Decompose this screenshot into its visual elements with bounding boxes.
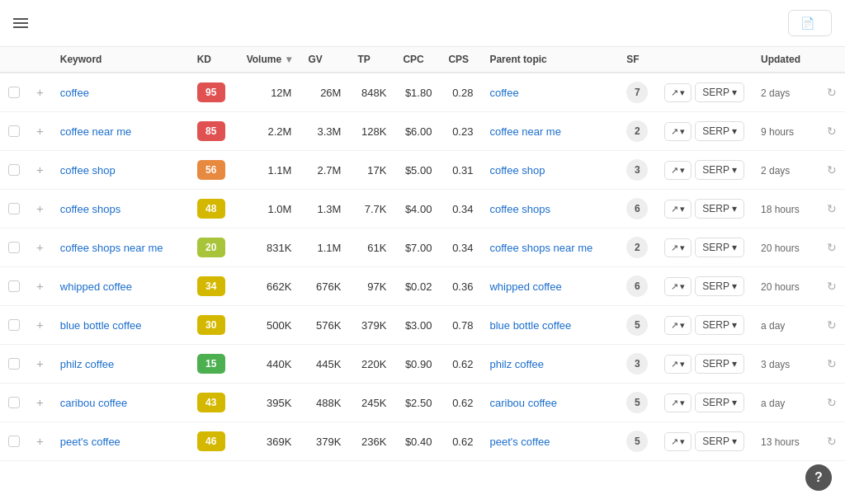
row-refresh-cell: ↻: [819, 384, 845, 422]
updated-text: 2 days: [761, 87, 790, 99]
parent-topic-link[interactable]: coffee: [489, 87, 518, 99]
parent-topic-link[interactable]: whipped coffee: [489, 280, 561, 293]
refresh-icon[interactable]: ↻: [827, 241, 837, 254]
keyword-link[interactable]: whipped coffee: [60, 280, 132, 293]
serp-button[interactable]: SERP ▾: [695, 121, 744, 141]
row-checkbox[interactable]: [8, 358, 20, 370]
kd-badge: 85: [197, 121, 225, 141]
row-tp-cell: 128K: [349, 112, 394, 151]
refresh-icon[interactable]: ↻: [827, 86, 837, 99]
row-checkbox[interactable]: [8, 125, 20, 137]
refresh-icon[interactable]: ↻: [827, 125, 837, 138]
serp-button[interactable]: SERP ▾: [695, 276, 744, 296]
trend-chevron-icon: ▾: [680, 320, 685, 331]
trend-button[interactable]: ↗ ▾: [664, 355, 692, 374]
trend-button[interactable]: ↗ ▾: [664, 83, 692, 102]
keyword-link[interactable]: coffee shop: [60, 164, 116, 177]
trend-up-icon: ↗: [671, 281, 678, 292]
keyword-link[interactable]: coffee shops: [60, 203, 120, 215]
col-volume[interactable]: Volume ▾: [238, 47, 300, 73]
serp-button[interactable]: SERP ▾: [695, 354, 744, 374]
row-parent-cell: coffee shops: [481, 190, 618, 228]
serp-controls: ↗ ▾ SERP ▾: [664, 121, 744, 141]
keyword-link[interactable]: peet's coffee: [60, 436, 120, 448]
keyword-link[interactable]: coffee near me: [60, 125, 131, 138]
row-serp-cell: ↗ ▾ SERP ▾: [656, 267, 753, 306]
parent-topic-link[interactable]: coffee shops near me: [489, 242, 592, 254]
kd-badge: 30: [197, 315, 225, 335]
trend-button[interactable]: ↗ ▾: [664, 238, 692, 257]
refresh-icon[interactable]: ↻: [827, 396, 837, 409]
kd-badge: 95: [197, 82, 225, 102]
row-checkbox[interactable]: [8, 164, 20, 176]
row-add-button[interactable]: +: [36, 163, 44, 177]
keywords-table: Keyword KD Volume ▾ GV TP CPC CPS Parent…: [0, 47, 845, 461]
parent-topic-link[interactable]: caribou coffee: [489, 397, 556, 409]
row-volume-cell: 500K: [238, 306, 300, 345]
keyword-link[interactable]: coffee shops near me: [60, 242, 163, 254]
row-checkbox[interactable]: [8, 319, 20, 331]
sf-badge: 5: [626, 431, 648, 452]
trend-button[interactable]: ↗ ▾: [664, 393, 692, 412]
refresh-icon[interactable]: ↻: [827, 280, 837, 293]
parent-topic-link[interactable]: blue bottle coffee: [489, 319, 571, 332]
trend-button[interactable]: ↗ ▾: [664, 277, 692, 296]
table-row: + coffee near me 85 2.2M 3.3M 128K $6.00…: [0, 112, 845, 151]
row-add-button[interactable]: +: [36, 395, 44, 409]
sf-badge: 2: [626, 237, 648, 258]
serp-button[interactable]: SERP ▾: [695, 393, 744, 412]
refresh-icon[interactable]: ↻: [827, 163, 837, 177]
row-checkbox-cell: [0, 267, 28, 306]
serp-button[interactable]: SERP ▾: [695, 199, 744, 219]
parent-topic-link[interactable]: coffee shops: [489, 203, 550, 215]
refresh-icon[interactable]: ↻: [827, 435, 837, 448]
serp-button[interactable]: SERP ▾: [695, 82, 744, 102]
parent-topic-link[interactable]: peet's coffee: [489, 436, 550, 448]
row-checkbox[interactable]: [8, 87, 20, 98]
parent-topic-link[interactable]: coffee near me: [489, 125, 560, 138]
row-checkbox[interactable]: [8, 203, 20, 214]
row-checkbox[interactable]: [8, 242, 20, 253]
row-add-button[interactable]: +: [36, 318, 44, 332]
row-checkbox[interactable]: [8, 280, 20, 292]
trend-button[interactable]: ↗ ▾: [664, 432, 692, 451]
row-add-button[interactable]: +: [36, 279, 44, 293]
trend-button[interactable]: ↗ ▾: [664, 316, 692, 335]
parent-topic-link[interactable]: philz coffee: [489, 358, 544, 370]
refresh-icon[interactable]: ↻: [827, 318, 837, 332]
row-add-button[interactable]: +: [36, 201, 44, 215]
row-keyword-cell: coffee: [52, 73, 189, 112]
row-checkbox[interactable]: [8, 436, 20, 447]
sf-badge: 6: [626, 198, 648, 219]
keyword-link[interactable]: blue bottle coffee: [60, 319, 142, 332]
trend-button[interactable]: ↗ ▾: [664, 161, 692, 180]
row-keyword-cell: whipped coffee: [52, 267, 189, 306]
refresh-icon[interactable]: ↻: [827, 357, 837, 370]
trend-button[interactable]: ↗ ▾: [664, 200, 692, 219]
serp-button[interactable]: SERP ▾: [695, 431, 744, 451]
serp-button[interactable]: SERP ▾: [695, 160, 744, 180]
row-checkbox[interactable]: [8, 397, 20, 408]
keyword-link[interactable]: philz coffee: [60, 358, 115, 370]
trend-button[interactable]: ↗ ▾: [664, 122, 692, 141]
row-add-button[interactable]: +: [36, 434, 44, 448]
row-add-button[interactable]: +: [36, 124, 44, 138]
parent-topic-link[interactable]: coffee shop: [489, 164, 545, 177]
row-cps-cell: 0.36: [440, 267, 481, 306]
row-volume-cell: 369K: [238, 422, 300, 461]
row-add-button[interactable]: +: [36, 240, 44, 254]
row-cps-cell: 0.31: [440, 151, 481, 190]
row-add-button[interactable]: +: [36, 356, 44, 370]
serp-button[interactable]: SERP ▾: [695, 315, 744, 335]
keyword-link[interactable]: coffee: [60, 87, 89, 99]
serp-controls: ↗ ▾ SERP ▾: [664, 315, 744, 335]
menu-icon[interactable]: [13, 18, 28, 28]
export-doc-icon: 📄: [800, 16, 814, 30]
serp-button[interactable]: SERP ▾: [695, 238, 744, 257]
sf-badge: 3: [626, 353, 648, 374]
export-button[interactable]: 📄: [788, 10, 832, 36]
row-add-button[interactable]: +: [36, 85, 44, 99]
sf-badge: 5: [626, 392, 648, 413]
refresh-icon[interactable]: ↻: [827, 202, 837, 215]
keyword-link[interactable]: caribou coffee: [60, 397, 127, 409]
